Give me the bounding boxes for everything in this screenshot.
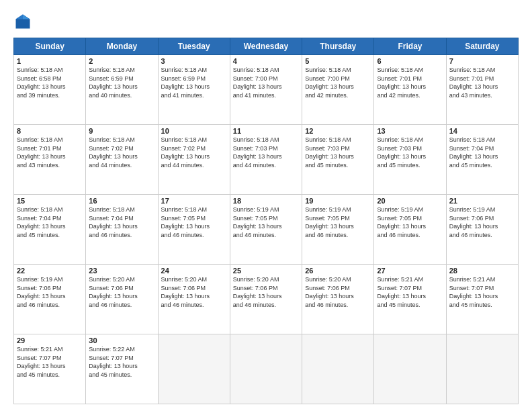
day-info: Sunrise: 5:18 AM Sunset: 7:02 PM Dayligh… [89,136,154,169]
day-info: Sunrise: 5:20 AM Sunset: 7:06 PM Dayligh… [161,275,227,309]
day-cell: 28Sunrise: 5:21 AM Sunset: 7:07 PM Dayli… [446,265,518,334]
day-cell: 6Sunrise: 5:18 AM Sunset: 7:01 PM Daylig… [374,55,446,125]
weekday-tuesday: Tuesday [158,38,230,55]
day-cell: 18Sunrise: 5:19 AM Sunset: 7:05 PM Dayli… [230,195,302,265]
day-number: 1 [17,57,83,65]
day-number: 22 [17,267,83,275]
day-info: Sunrise: 5:19 AM Sunset: 7:05 PM Dayligh… [305,205,371,239]
week-row-5: 29Sunrise: 5:21 AM Sunset: 7:07 PM Dayli… [14,334,519,404]
svg-marker-1 [23,15,30,19]
day-cell: 13Sunrise: 5:18 AM Sunset: 7:03 PM Dayli… [374,125,446,195]
day-cell: 26Sunrise: 5:20 AM Sunset: 7:06 PM Dayli… [302,265,374,334]
day-cell [374,334,446,404]
day-number: 29 [17,336,83,345]
day-number: 20 [377,197,443,205]
day-number: 19 [305,197,371,205]
weekday-sunday: Sunday [14,38,86,55]
day-number: 7 [449,57,515,65]
day-number: 23 [89,267,154,275]
day-info: Sunrise: 5:18 AM Sunset: 7:04 PM Dayligh… [89,205,154,239]
day-cell: 5Sunrise: 5:18 AM Sunset: 7:00 PM Daylig… [302,55,374,125]
week-row-4: 22Sunrise: 5:19 AM Sunset: 7:06 PM Dayli… [14,265,519,334]
logo [13,12,35,31]
day-number: 18 [233,197,299,205]
day-number: 13 [377,127,443,135]
day-number: 6 [377,57,443,65]
day-number: 21 [449,197,515,205]
day-number: 15 [17,197,83,205]
day-cell: 3Sunrise: 5:18 AM Sunset: 6:59 PM Daylig… [158,55,230,125]
day-number: 27 [377,267,443,275]
day-info: Sunrise: 5:18 AM Sunset: 7:01 PM Dayligh… [377,66,443,99]
day-number: 26 [305,267,371,275]
day-info: Sunrise: 5:22 AM Sunset: 7:07 PM Dayligh… [89,345,154,379]
day-cell: 15Sunrise: 5:18 AM Sunset: 7:04 PM Dayli… [14,195,86,265]
day-info: Sunrise: 5:18 AM Sunset: 7:00 PM Dayligh… [233,66,299,99]
day-cell: 24Sunrise: 5:20 AM Sunset: 7:06 PM Dayli… [158,265,230,334]
week-row-3: 15Sunrise: 5:18 AM Sunset: 7:04 PM Dayli… [14,195,519,265]
week-row-1: 1Sunrise: 5:18 AM Sunset: 6:58 PM Daylig… [14,55,519,125]
day-info: Sunrise: 5:20 AM Sunset: 7:06 PM Dayligh… [89,275,154,309]
day-cell: 20Sunrise: 5:19 AM Sunset: 7:05 PM Dayli… [374,195,446,265]
day-cell [158,334,230,404]
day-info: Sunrise: 5:20 AM Sunset: 7:06 PM Dayligh… [233,275,299,309]
day-info: Sunrise: 5:18 AM Sunset: 7:03 PM Dayligh… [305,136,371,169]
day-number: 8 [17,127,83,135]
day-info: Sunrise: 5:18 AM Sunset: 7:04 PM Dayligh… [449,136,515,169]
svg-marker-2 [16,15,24,19]
week-row-2: 8Sunrise: 5:18 AM Sunset: 7:01 PM Daylig… [14,125,519,195]
day-cell: 14Sunrise: 5:18 AM Sunset: 7:04 PM Dayli… [446,125,518,195]
day-cell: 7Sunrise: 5:18 AM Sunset: 7:01 PM Daylig… [446,55,518,125]
day-cell: 27Sunrise: 5:21 AM Sunset: 7:07 PM Dayli… [374,265,446,334]
day-cell: 8Sunrise: 5:18 AM Sunset: 7:01 PM Daylig… [14,125,86,195]
day-cell [446,334,518,404]
day-number: 12 [305,127,371,135]
weekday-saturday: Saturday [446,38,518,55]
weekday-friday: Friday [374,38,446,55]
day-cell [230,334,302,404]
day-cell: 17Sunrise: 5:18 AM Sunset: 7:05 PM Dayli… [158,195,230,265]
day-cell: 10Sunrise: 5:18 AM Sunset: 7:02 PM Dayli… [158,125,230,195]
day-number: 10 [161,127,227,135]
day-info: Sunrise: 5:21 AM Sunset: 7:07 PM Dayligh… [17,345,83,379]
day-info: Sunrise: 5:18 AM Sunset: 7:00 PM Dayligh… [305,66,371,99]
day-cell: 29Sunrise: 5:21 AM Sunset: 7:07 PM Dayli… [14,334,86,404]
day-info: Sunrise: 5:19 AM Sunset: 7:05 PM Dayligh… [233,205,299,239]
weekday-header-row: SundayMondayTuesdayWednesdayThursdayFrid… [14,38,519,55]
day-cell: 22Sunrise: 5:19 AM Sunset: 7:06 PM Dayli… [14,265,86,334]
weekday-monday: Monday [86,38,158,55]
day-cell: 25Sunrise: 5:20 AM Sunset: 7:06 PM Dayli… [230,265,302,334]
day-number: 30 [89,336,154,345]
day-cell [302,334,374,404]
day-info: Sunrise: 5:21 AM Sunset: 7:07 PM Dayligh… [449,275,515,309]
day-cell: 23Sunrise: 5:20 AM Sunset: 7:06 PM Dayli… [86,265,158,334]
day-info: Sunrise: 5:18 AM Sunset: 7:03 PM Dayligh… [233,136,299,169]
day-cell: 12Sunrise: 5:18 AM Sunset: 7:03 PM Dayli… [302,125,374,195]
logo-icon [13,12,32,31]
calendar-table: SundayMondayTuesdayWednesdayThursdayFrid… [13,38,519,404]
day-info: Sunrise: 5:18 AM Sunset: 7:05 PM Dayligh… [161,205,227,239]
day-number: 24 [161,267,227,275]
day-info: Sunrise: 5:18 AM Sunset: 7:01 PM Dayligh… [17,136,83,169]
day-info: Sunrise: 5:18 AM Sunset: 6:59 PM Dayligh… [89,66,154,99]
page: SundayMondayTuesdayWednesdayThursdayFrid… [0,0,532,411]
day-cell: 19Sunrise: 5:19 AM Sunset: 7:05 PM Dayli… [302,195,374,265]
day-number: 16 [89,197,154,205]
day-cell: 21Sunrise: 5:19 AM Sunset: 7:06 PM Dayli… [446,195,518,265]
weekday-thursday: Thursday [302,38,374,55]
day-info: Sunrise: 5:18 AM Sunset: 7:01 PM Dayligh… [449,66,515,99]
day-number: 17 [161,197,227,205]
day-number: 9 [89,127,154,135]
day-cell: 9Sunrise: 5:18 AM Sunset: 7:02 PM Daylig… [86,125,158,195]
day-info: Sunrise: 5:20 AM Sunset: 7:06 PM Dayligh… [305,275,371,309]
day-number: 11 [233,127,299,135]
day-info: Sunrise: 5:19 AM Sunset: 7:06 PM Dayligh… [17,275,83,309]
day-cell: 16Sunrise: 5:18 AM Sunset: 7:04 PM Dayli… [86,195,158,265]
day-info: Sunrise: 5:18 AM Sunset: 6:58 PM Dayligh… [17,66,83,99]
day-number: 2 [89,57,154,65]
day-cell: 30Sunrise: 5:22 AM Sunset: 7:07 PM Dayli… [86,334,158,404]
day-info: Sunrise: 5:18 AM Sunset: 7:02 PM Dayligh… [161,136,227,169]
day-number: 4 [233,57,299,65]
day-info: Sunrise: 5:18 AM Sunset: 6:59 PM Dayligh… [161,66,227,99]
day-cell: 1Sunrise: 5:18 AM Sunset: 6:58 PM Daylig… [14,55,86,125]
